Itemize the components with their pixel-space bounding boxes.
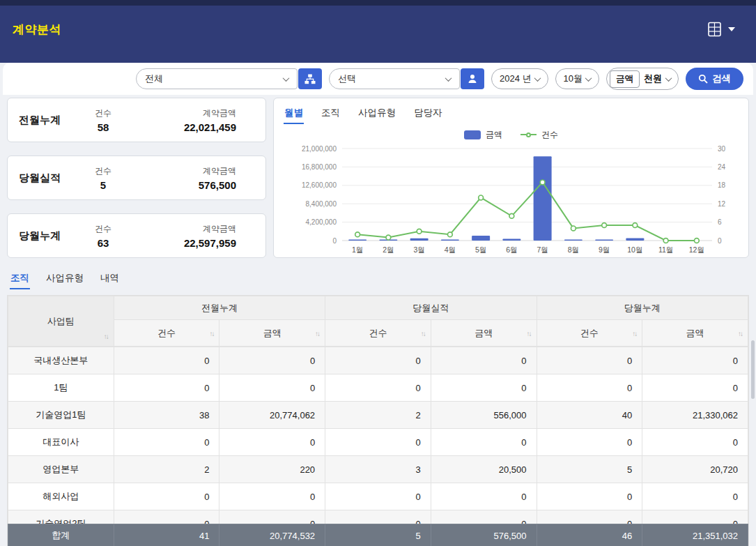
cell-value: 0 <box>219 429 325 456</box>
column-header-count[interactable]: 건수↑↓ <box>114 320 219 347</box>
table-row[interactable]: 대표이사 0 0 0 0 0 0 <box>8 429 748 456</box>
sort-icon[interactable]: ↑↓ <box>315 329 319 337</box>
app-header: 계약분석 <box>0 0 756 63</box>
chart-tab-monthly[interactable]: 월별 <box>284 104 304 124</box>
svg-text:21,000,000: 21,000,000 <box>302 145 337 153</box>
cell-value: 220 <box>219 456 325 483</box>
cell-value: 0 <box>431 347 537 374</box>
group-header-current-cumulative: 당월누계 <box>537 296 748 320</box>
cell-team-name: 영업본부 <box>8 456 114 483</box>
org-select[interactable]: 전체 <box>136 68 298 89</box>
excel-export-button[interactable] <box>706 21 724 38</box>
chevron-down-icon <box>665 75 672 82</box>
legend-amount[interactable]: 금액 <box>464 129 502 141</box>
cell-value: 0 <box>325 347 431 374</box>
sort-icon[interactable]: ↑↓ <box>632 329 636 337</box>
cell-value: 0 <box>219 510 325 524</box>
year-select-value: 2024 년 <box>500 73 532 85</box>
cell-value: 0 <box>642 429 748 456</box>
sort-icon[interactable]: ↑↓ <box>421 329 425 337</box>
org-tree-button[interactable] <box>298 68 322 89</box>
year-select[interactable]: 2024 년 <box>491 68 548 89</box>
column-header-count[interactable]: 건수↑↓ <box>325 320 431 347</box>
card-current-month-cumulative: 당월누계 건수 63 계약금액 22,597,959 <box>7 213 266 258</box>
table-row[interactable]: 국내생산본부 0 0 0 0 0 0 <box>8 347 748 374</box>
total-value: 46 <box>537 524 642 546</box>
main-content: 전월누계 건수 58 계약금액 22,021,459 당월실적 건수 5 계약금… <box>0 95 756 546</box>
amount-value: 22,597,959 <box>141 237 236 249</box>
cell-value: 0 <box>642 510 748 524</box>
cell-value: 0 <box>431 510 537 524</box>
count-label: 건수 <box>65 165 141 177</box>
month-select[interactable]: 10월 <box>555 68 599 89</box>
table-tab-organization[interactable]: 조직 <box>10 269 30 289</box>
cell-value: 2 <box>325 402 431 429</box>
column-header-count[interactable]: 건수↑↓ <box>537 320 642 347</box>
page-title: 계약분석 <box>13 22 61 38</box>
table-header: 사업팀 ↑↓ 전월누계 당월실적 당월누계 건수↑↓ 금액↑↓ 건수↑↓ 금액↑… <box>8 296 748 347</box>
cell-value: 0 <box>431 483 537 510</box>
cell-value: 0 <box>325 483 431 510</box>
table-body-scroll-area[interactable]: 국내생산본부 0 0 0 0 0 0 1팀 0 0 0 0 0 0 <box>8 347 748 524</box>
sort-icon[interactable]: ↑↓ <box>738 329 742 337</box>
header-top-strip <box>0 0 756 6</box>
svg-text:11월: 11월 <box>658 245 673 254</box>
cell-team-name: 해외사업 <box>8 483 114 510</box>
unit-select[interactable]: 금액 천원 <box>606 68 679 90</box>
svg-text:24: 24 <box>718 163 726 171</box>
table-row[interactable]: 기술영업2팀 0 0 0 0 0 0 <box>8 510 748 524</box>
svg-text:4,200,000: 4,200,000 <box>306 218 337 226</box>
total-row: 합계 41 20,774,532 5 576,500 46 21,351,032 <box>8 524 748 546</box>
cell-value: 556,000 <box>431 402 537 429</box>
svg-text:30: 30 <box>718 145 726 153</box>
chevron-down-icon <box>445 75 452 82</box>
column-header-amount[interactable]: 금액↑↓ <box>642 320 748 347</box>
cell-value: 0 <box>537 483 642 510</box>
cell-value: 0 <box>114 347 219 374</box>
search-button-label: 검색 <box>712 73 731 85</box>
total-value: 21,351,032 <box>642 524 748 546</box>
cell-value: 0 <box>537 374 642 402</box>
cell-value: 0 <box>114 429 219 456</box>
svg-text:9월: 9월 <box>599 245 610 254</box>
table-tab-detail[interactable]: 내역 <box>100 269 120 289</box>
cell-team-name: 기술영업1팀 <box>8 402 114 429</box>
column-header-team[interactable]: 사업팀 ↑↓ <box>8 296 114 347</box>
chart-tab-manager[interactable]: 담당자 <box>413 104 443 124</box>
cell-team-name: 기술영업2팀 <box>8 510 114 524</box>
svg-text:6월: 6월 <box>506 245 517 254</box>
org-filter-group: 전체 <box>136 68 322 89</box>
cell-value: 21,330,062 <box>642 402 748 429</box>
person-icon <box>467 73 478 84</box>
table-row[interactable]: 기술영업1팀 38 20,774,062 2 556,000 40 21,330… <box>8 402 748 429</box>
column-header-amount[interactable]: 금액↑↓ <box>431 320 537 347</box>
card-prev-month-cumulative: 전월누계 건수 58 계약금액 22,021,459 <box>7 98 266 142</box>
svg-text:3월: 3월 <box>413 245 424 254</box>
person-select[interactable]: 선택 <box>329 68 460 89</box>
svg-text:5월: 5월 <box>475 245 486 254</box>
export-dropdown-caret-icon[interactable] <box>728 27 735 31</box>
person-button[interactable] <box>461 68 484 89</box>
svg-text:1월: 1월 <box>352 245 363 254</box>
table-row[interactable]: 해외사업 0 0 0 0 0 0 <box>8 483 748 510</box>
count-value: 63 <box>65 237 141 249</box>
legend-count-label: 건수 <box>541 129 558 141</box>
search-button[interactable]: 검색 <box>686 68 743 90</box>
total-value: 5 <box>325 524 431 546</box>
chart-tab-organization[interactable]: 조직 <box>321 104 341 124</box>
scrollbar-thumb[interactable] <box>751 340 755 399</box>
chart-tab-business-type[interactable]: 사업유형 <box>357 104 396 124</box>
legend-count[interactable]: 건수 <box>520 129 558 141</box>
sort-icon[interactable]: ↑↓ <box>209 329 213 337</box>
svg-text:8월: 8월 <box>568 245 579 254</box>
table-row[interactable]: 영업본부 2 220 3 20,500 5 20,720 <box>8 456 748 483</box>
sort-icon[interactable]: ↑↓ <box>527 329 531 337</box>
table-tab-business-type[interactable]: 사업유형 <box>45 269 84 289</box>
svg-text:8,400,000: 8,400,000 <box>306 200 337 208</box>
svg-text:16,800,000: 16,800,000 <box>302 163 337 171</box>
cell-value: 0 <box>114 483 219 510</box>
filter-bar: 전체 선택 2024 년 10월 <box>3 63 753 95</box>
table-row[interactable]: 1팀 0 0 0 0 0 0 <box>8 374 748 402</box>
sort-icon[interactable]: ↑↓ <box>104 333 108 340</box>
column-header-amount[interactable]: 금액↑↓ <box>219 320 325 347</box>
